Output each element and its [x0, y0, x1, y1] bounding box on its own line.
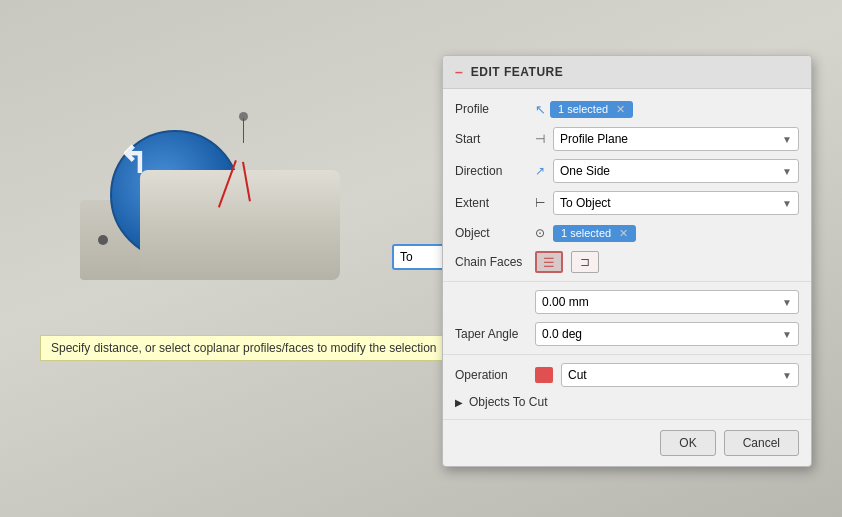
objects-to-cut-arrow: ▶	[455, 397, 463, 408]
start-dropdown[interactable]: Profile Plane ▼	[553, 127, 799, 151]
taper-angle-value: 0.0 deg ▼	[535, 322, 799, 346]
taper-angle-row: Taper Angle 0.0 deg ▼	[443, 318, 811, 350]
cylinder-left-dot	[98, 235, 108, 245]
start-dropdown-value: Profile Plane	[560, 132, 628, 146]
chain-faces-value: ☰ ⊐	[535, 251, 799, 273]
profile-value: ↖ 1 selected ✕	[535, 101, 799, 118]
start-dropdown-arrow: ▼	[782, 134, 792, 145]
extent-icon: ⊢	[535, 196, 545, 210]
direction-value: ↗ One Side ▼	[535, 159, 799, 183]
taper-angle-display: 0.0 deg	[542, 327, 582, 341]
ok-button[interactable]: OK	[660, 430, 715, 456]
object-close-button[interactable]: ✕	[619, 227, 628, 240]
direction-row: Direction ↗ One Side ▼	[443, 155, 811, 187]
distance-display: 0.00 mm	[542, 295, 589, 309]
direction-dropdown-arrow: ▼	[782, 166, 792, 177]
objects-to-cut-label: Objects To Cut	[469, 395, 547, 409]
profile-row: Profile ↖ 1 selected ✕	[443, 95, 811, 123]
object-selected-text: 1 selected	[561, 227, 611, 239]
taper-angle-input[interactable]: 0.0 deg ▼	[535, 322, 799, 346]
panel-body: Profile ↖ 1 selected ✕ Start ⊣ Profile P…	[443, 89, 811, 419]
operation-icon	[535, 367, 553, 383]
start-label: Start	[455, 132, 535, 146]
chain-faces-icon-2[interactable]: ⊐	[571, 251, 599, 273]
chain-faces-label: Chain Faces	[455, 255, 535, 269]
panel-title: EDIT FEATURE	[471, 65, 563, 79]
object-row: Object ⊙ 1 selected ✕	[443, 219, 811, 247]
3d-model: ↰	[80, 100, 400, 350]
operation-dropdown-arrow: ▼	[782, 370, 792, 381]
direction-label: Direction	[455, 164, 535, 178]
objects-to-cut-row[interactable]: ▶ Objects To Cut	[443, 391, 811, 413]
distance-dropdown-arrow: ▼	[782, 297, 792, 308]
chain-faces-row: Chain Faces ☰ ⊐	[443, 247, 811, 277]
profile-selected-text: 1 selected	[558, 103, 608, 115]
to-dropdown-label: To	[400, 250, 413, 264]
distance-value: 0.00 mm ▼	[535, 290, 799, 314]
cancel-button[interactable]: Cancel	[724, 430, 799, 456]
object-icon: ⊙	[535, 226, 545, 240]
distance-row: 0.00 mm ▼	[443, 286, 811, 318]
direction-icon: ↗	[535, 164, 545, 178]
profile-cursor-icon: ↖	[535, 102, 546, 117]
panel-footer: OK Cancel	[443, 419, 811, 466]
profile-label: Profile	[455, 102, 535, 116]
divider-2	[443, 354, 811, 355]
extent-dropdown[interactable]: To Object ▼	[553, 191, 799, 215]
operation-value: Cut ▼	[535, 363, 799, 387]
start-row: Start ⊣ Profile Plane ▼	[443, 123, 811, 155]
extent-dropdown-arrow: ▼	[782, 198, 792, 209]
panel-header: – EDIT FEATURE	[443, 56, 811, 89]
extent-row: Extent ⊢ To Object ▼	[443, 187, 811, 219]
direction-dropdown[interactable]: One Side ▼	[553, 159, 799, 183]
taper-angle-dropdown-arrow: ▼	[782, 329, 792, 340]
start-icon: ⊣	[535, 132, 545, 146]
profile-selected-badge[interactable]: 1 selected ✕	[550, 101, 633, 118]
object-label: Object	[455, 226, 535, 240]
panel-collapse-icon[interactable]: –	[455, 64, 463, 80]
top-pin-line	[243, 118, 244, 143]
distance-input[interactable]: 0.00 mm ▼	[535, 290, 799, 314]
object-selected-badge[interactable]: 1 selected ✕	[553, 225, 636, 242]
operation-dropdown-value: Cut	[568, 368, 587, 382]
extent-label: Extent	[455, 196, 535, 210]
operation-row: Operation Cut ▼	[443, 359, 811, 391]
divider-1	[443, 281, 811, 282]
cylinder-body	[140, 170, 340, 280]
taper-angle-label: Taper Angle	[455, 327, 535, 341]
extent-dropdown-value: To Object	[560, 196, 611, 210]
profile-close-button[interactable]: ✕	[616, 103, 625, 116]
object-value: ⊙ 1 selected ✕	[535, 225, 799, 242]
extent-value: ⊢ To Object ▼	[535, 191, 799, 215]
operation-label: Operation	[455, 368, 535, 382]
start-value: ⊣ Profile Plane ▼	[535, 127, 799, 151]
tooltip-text: Specify distance, or select coplanar pro…	[51, 341, 437, 355]
edit-feature-panel: – EDIT FEATURE Profile ↖ 1 selected ✕ St…	[442, 55, 812, 467]
direction-dropdown-value: One Side	[560, 164, 610, 178]
operation-dropdown[interactable]: Cut ▼	[561, 363, 799, 387]
chain-faces-icon-1[interactable]: ☰	[535, 251, 563, 273]
tooltip: Specify distance, or select coplanar pro…	[40, 335, 448, 361]
